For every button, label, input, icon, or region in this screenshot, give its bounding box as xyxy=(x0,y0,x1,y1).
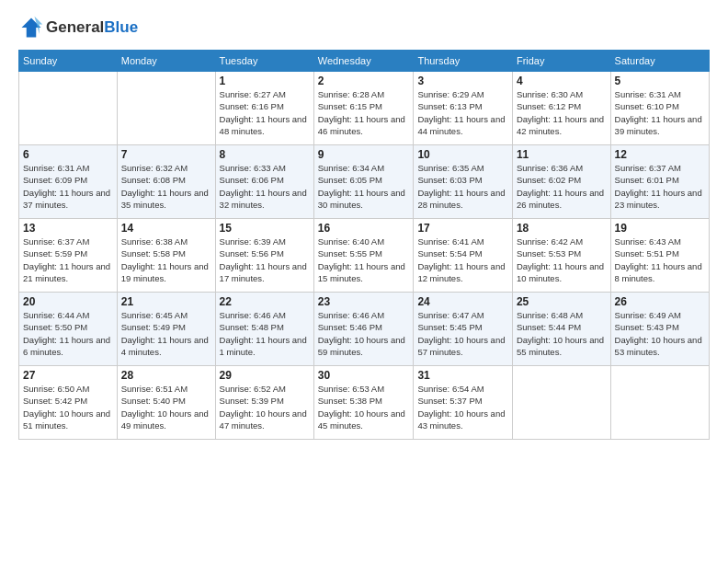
calendar-cell: 13Sunrise: 6:37 AM Sunset: 5:59 PM Dayli… xyxy=(19,219,118,293)
day-info: Sunrise: 6:51 AM Sunset: 5:40 PM Dayligh… xyxy=(121,383,211,431)
calendar: SundayMondayTuesdayWednesdayThursdayFrid… xyxy=(18,50,710,440)
day-number: 2 xyxy=(318,75,410,87)
calendar-cell xyxy=(19,72,118,145)
calendar-cell: 28Sunrise: 6:51 AM Sunset: 5:40 PM Dayli… xyxy=(117,366,215,440)
day-number: 3 xyxy=(417,75,508,87)
day-number: 11 xyxy=(517,148,607,161)
weekday-header: Saturday xyxy=(610,51,709,72)
calendar-cell: 1Sunrise: 6:27 AM Sunset: 6:16 PM Daylig… xyxy=(215,72,313,145)
calendar-cell: 18Sunrise: 6:42 AM Sunset: 5:53 PM Dayli… xyxy=(512,219,610,293)
calendar-cell: 7Sunrise: 6:32 AM Sunset: 6:08 PM Daylig… xyxy=(117,145,215,219)
day-number: 28 xyxy=(121,369,211,382)
calendar-cell: 14Sunrise: 6:38 AM Sunset: 5:58 PM Dayli… xyxy=(117,219,215,293)
day-number: 12 xyxy=(615,148,705,161)
calendar-cell: 25Sunrise: 6:48 AM Sunset: 5:44 PM Dayli… xyxy=(512,293,610,366)
calendar-week-row: 6Sunrise: 6:31 AM Sunset: 6:09 PM Daylig… xyxy=(19,145,710,219)
day-info: Sunrise: 6:36 AM Sunset: 6:02 PM Dayligh… xyxy=(517,162,607,211)
day-info: Sunrise: 6:31 AM Sunset: 6:10 PM Dayligh… xyxy=(615,88,705,137)
calendar-header-row: SundayMondayTuesdayWednesdayThursdayFrid… xyxy=(19,51,710,72)
calendar-week-row: 27Sunrise: 6:50 AM Sunset: 5:42 PM Dayli… xyxy=(19,366,710,440)
day-number: 16 xyxy=(318,222,410,235)
day-info: Sunrise: 6:45 AM Sunset: 5:49 PM Dayligh… xyxy=(121,309,211,358)
weekday-header: Tuesday xyxy=(215,51,313,72)
weekday-header: Friday xyxy=(512,51,610,72)
day-number: 31 xyxy=(417,369,508,382)
day-info: Sunrise: 6:34 AM Sunset: 6:05 PM Dayligh… xyxy=(318,162,410,211)
day-number: 27 xyxy=(23,369,113,382)
day-info: Sunrise: 6:40 AM Sunset: 5:55 PM Dayligh… xyxy=(318,236,410,284)
calendar-cell: 23Sunrise: 6:46 AM Sunset: 5:46 PM Dayli… xyxy=(313,293,414,366)
day-info: Sunrise: 6:30 AM Sunset: 6:12 PM Dayligh… xyxy=(517,88,607,137)
day-info: Sunrise: 6:49 AM Sunset: 5:43 PM Dayligh… xyxy=(615,309,705,358)
calendar-cell: 5Sunrise: 6:31 AM Sunset: 6:10 PM Daylig… xyxy=(610,72,709,145)
calendar-cell: 29Sunrise: 6:52 AM Sunset: 5:39 PM Dayli… xyxy=(215,366,313,440)
day-number: 15 xyxy=(220,222,310,235)
day-number: 14 xyxy=(121,222,211,235)
calendar-cell: 20Sunrise: 6:44 AM Sunset: 5:50 PM Dayli… xyxy=(19,293,118,366)
day-number: 19 xyxy=(615,222,705,235)
calendar-cell: 3Sunrise: 6:29 AM Sunset: 6:13 PM Daylig… xyxy=(414,72,513,145)
calendar-cell: 6Sunrise: 6:31 AM Sunset: 6:09 PM Daylig… xyxy=(19,145,118,219)
calendar-week-row: 1Sunrise: 6:27 AM Sunset: 6:16 PM Daylig… xyxy=(19,72,710,145)
calendar-cell: 26Sunrise: 6:49 AM Sunset: 5:43 PM Dayli… xyxy=(610,293,709,366)
day-number: 23 xyxy=(318,295,410,308)
calendar-cell: 22Sunrise: 6:46 AM Sunset: 5:48 PM Dayli… xyxy=(215,293,313,366)
calendar-cell: 19Sunrise: 6:43 AM Sunset: 5:51 PM Dayli… xyxy=(610,219,709,293)
day-info: Sunrise: 6:28 AM Sunset: 6:15 PM Dayligh… xyxy=(318,88,410,137)
calendar-cell: 21Sunrise: 6:45 AM Sunset: 5:49 PM Dayli… xyxy=(117,293,215,366)
day-info: Sunrise: 6:38 AM Sunset: 5:58 PM Dayligh… xyxy=(121,236,211,284)
calendar-cell: 12Sunrise: 6:37 AM Sunset: 6:01 PM Dayli… xyxy=(610,145,709,219)
logo-icon xyxy=(18,15,44,40)
weekday-header: Wednesday xyxy=(313,51,414,72)
day-number: 7 xyxy=(121,148,211,161)
day-info: Sunrise: 6:41 AM Sunset: 5:54 PM Dayligh… xyxy=(417,236,508,284)
day-info: Sunrise: 6:43 AM Sunset: 5:51 PM Dayligh… xyxy=(615,236,705,284)
day-number: 9 xyxy=(318,148,410,161)
calendar-cell: 30Sunrise: 6:53 AM Sunset: 5:38 PM Dayli… xyxy=(313,366,414,440)
day-number: 25 xyxy=(517,295,607,308)
day-number: 21 xyxy=(121,295,211,308)
day-info: Sunrise: 6:27 AM Sunset: 6:16 PM Dayligh… xyxy=(220,88,310,137)
day-info: Sunrise: 6:29 AM Sunset: 6:13 PM Dayligh… xyxy=(417,88,508,137)
calendar-cell xyxy=(512,366,610,440)
calendar-cell xyxy=(610,366,709,440)
weekday-header: Monday xyxy=(117,51,215,72)
calendar-cell: 10Sunrise: 6:35 AM Sunset: 6:03 PM Dayli… xyxy=(414,145,513,219)
logo-text: GeneralBlue xyxy=(46,18,138,37)
day-info: Sunrise: 6:53 AM Sunset: 5:38 PM Dayligh… xyxy=(318,383,410,431)
day-number: 24 xyxy=(417,295,508,308)
day-info: Sunrise: 6:37 AM Sunset: 6:01 PM Dayligh… xyxy=(615,162,705,211)
day-info: Sunrise: 6:50 AM Sunset: 5:42 PM Dayligh… xyxy=(23,383,113,431)
day-number: 20 xyxy=(23,295,113,308)
calendar-cell: 27Sunrise: 6:50 AM Sunset: 5:42 PM Dayli… xyxy=(19,366,118,440)
calendar-cell: 24Sunrise: 6:47 AM Sunset: 5:45 PM Dayli… xyxy=(414,293,513,366)
day-info: Sunrise: 6:35 AM Sunset: 6:03 PM Dayligh… xyxy=(417,162,508,211)
calendar-week-row: 13Sunrise: 6:37 AM Sunset: 5:59 PM Dayli… xyxy=(19,219,710,293)
logo-area: GeneralBlue xyxy=(18,15,138,40)
weekday-header: Sunday xyxy=(19,51,118,72)
day-number: 10 xyxy=(417,148,508,161)
day-info: Sunrise: 6:46 AM Sunset: 5:48 PM Dayligh… xyxy=(220,309,310,358)
day-info: Sunrise: 6:32 AM Sunset: 6:08 PM Dayligh… xyxy=(121,162,211,211)
calendar-cell: 16Sunrise: 6:40 AM Sunset: 5:55 PM Dayli… xyxy=(313,219,414,293)
day-number: 26 xyxy=(615,295,705,308)
day-info: Sunrise: 6:39 AM Sunset: 5:56 PM Dayligh… xyxy=(220,236,310,284)
day-number: 1 xyxy=(220,75,310,87)
header: GeneralBlue xyxy=(18,15,710,40)
page: GeneralBlue SundayMondayTuesdayWednesday… xyxy=(0,0,728,563)
day-info: Sunrise: 6:54 AM Sunset: 5:37 PM Dayligh… xyxy=(417,383,508,431)
day-info: Sunrise: 6:31 AM Sunset: 6:09 PM Dayligh… xyxy=(23,162,113,211)
weekday-header: Thursday xyxy=(414,51,513,72)
calendar-cell: 15Sunrise: 6:39 AM Sunset: 5:56 PM Dayli… xyxy=(215,219,313,293)
day-number: 8 xyxy=(220,148,310,161)
day-info: Sunrise: 6:48 AM Sunset: 5:44 PM Dayligh… xyxy=(517,309,607,358)
calendar-cell: 17Sunrise: 6:41 AM Sunset: 5:54 PM Dayli… xyxy=(414,219,513,293)
day-number: 29 xyxy=(220,369,310,382)
day-number: 22 xyxy=(220,295,310,308)
calendar-cell: 8Sunrise: 6:33 AM Sunset: 6:06 PM Daylig… xyxy=(215,145,313,219)
calendar-cell: 11Sunrise: 6:36 AM Sunset: 6:02 PM Dayli… xyxy=(512,145,610,219)
day-number: 18 xyxy=(517,222,607,235)
day-info: Sunrise: 6:52 AM Sunset: 5:39 PM Dayligh… xyxy=(220,383,310,431)
day-number: 4 xyxy=(517,75,607,87)
calendar-week-row: 20Sunrise: 6:44 AM Sunset: 5:50 PM Dayli… xyxy=(19,293,710,366)
